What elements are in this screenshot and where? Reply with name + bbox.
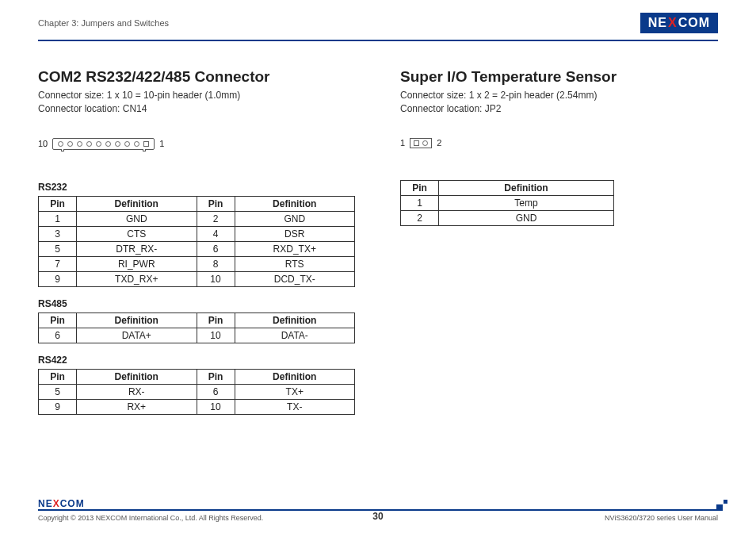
pin-hole-icon bbox=[67, 141, 73, 147]
th-pin: Pin bbox=[197, 313, 235, 328]
pin-hole-icon bbox=[124, 141, 130, 147]
connector-size: Connector size: 1 x 10 = 10-pin header (… bbox=[38, 89, 356, 102]
table-superio: Pin Definition 1Temp 2GND bbox=[400, 180, 614, 226]
left-column: COM2 RS232/422/485 Connector Connector s… bbox=[38, 68, 356, 426]
table-row: 7RI_PWR8RTS bbox=[39, 256, 355, 271]
table-row: 9TXD_RX+10DCD_TX- bbox=[39, 271, 355, 286]
header-rule bbox=[38, 36, 718, 46]
table-row: 2GND bbox=[401, 210, 614, 225]
pin-hole-icon bbox=[58, 141, 63, 147]
th-def: Definition bbox=[77, 369, 197, 384]
chapter-label: Chapter 3: Jumpers and Switches bbox=[38, 18, 169, 28]
logo-text-post: COM bbox=[60, 498, 85, 509]
logo-text-post: COM bbox=[678, 16, 710, 30]
th-def: Definition bbox=[235, 369, 355, 384]
footer-ornament-icon bbox=[716, 504, 723, 511]
table-row: 1GND2GND bbox=[39, 211, 355, 226]
pin-label-1: 1 bbox=[400, 138, 405, 148]
logo-text-x: X bbox=[668, 16, 678, 30]
pin-hole-icon bbox=[96, 141, 101, 147]
th-def: Definition bbox=[77, 196, 197, 211]
pin-hole-icon bbox=[86, 141, 92, 147]
table-row: 9RX+10TX- bbox=[39, 399, 355, 414]
pin-label-2: 2 bbox=[437, 138, 441, 148]
pin-hole-icon bbox=[422, 140, 428, 146]
th-pin: Pin bbox=[197, 196, 235, 211]
pin-hole-icon bbox=[134, 141, 139, 147]
pin-hole-icon bbox=[115, 141, 120, 147]
connector-body-2pin bbox=[410, 138, 432, 148]
table-rs232: Pin Definition Pin Definition 1GND2GND 3… bbox=[38, 196, 355, 287]
pin-hole-icon bbox=[77, 141, 82, 147]
connector-body-10pin bbox=[52, 138, 155, 150]
th-def: Definition bbox=[77, 313, 197, 328]
table-label-rs485: RS485 bbox=[38, 298, 356, 309]
logo-text-x: X bbox=[53, 498, 60, 509]
pin-label-10: 10 bbox=[38, 139, 48, 148]
footer-logo: NEXCOM bbox=[38, 498, 718, 509]
pin-hole-icon bbox=[105, 141, 111, 147]
table-row: 6DATA+10DATA- bbox=[39, 328, 355, 343]
table-row: 5RX-6TX+ bbox=[39, 384, 355, 399]
copyright-text: Copyright © 2013 NEXCOM International Co… bbox=[38, 514, 263, 522]
page-number: 30 bbox=[372, 511, 383, 522]
pin-1-square-icon bbox=[414, 140, 419, 146]
th-pin: Pin bbox=[39, 196, 77, 211]
logo-text-pre: NE bbox=[38, 498, 53, 509]
connector-diagram-2pin: 1 2 bbox=[400, 138, 718, 148]
brand-logo: NEXCOM bbox=[640, 13, 718, 33]
connector-diagram-10pin: 10 1 bbox=[38, 138, 356, 150]
table-row: 5DTR_RX-6RXD_TX+ bbox=[39, 241, 355, 256]
manual-name: NViS3620/3720 series User Manual bbox=[605, 514, 718, 522]
table-rs422: Pin Definition Pin Definition 5RX-6TX+ 9… bbox=[38, 369, 355, 415]
section-title-superio: Super I/O Temperature Sensor bbox=[400, 68, 718, 86]
page-footer: NEXCOM Copyright © 2013 NEXCOM Internati… bbox=[38, 498, 718, 522]
th-pin: Pin bbox=[197, 369, 235, 384]
th-def: Definition bbox=[439, 180, 614, 195]
section-subtitle-superio: Connector size: 1 x 2 = 2-pin header (2.… bbox=[400, 89, 718, 116]
page-header: Chapter 3: Jumpers and Switches NEXCOM bbox=[38, 13, 718, 33]
connector-location: Connector location: CN14 bbox=[38, 102, 356, 116]
table-row: 3CTS4DSR bbox=[39, 226, 355, 241]
right-column: Super I/O Temperature Sensor Connector s… bbox=[400, 68, 718, 426]
table-label-rs232: RS232 bbox=[38, 182, 356, 193]
th-def: Definition bbox=[235, 196, 355, 211]
th-pin: Pin bbox=[401, 180, 439, 195]
pin-1-square-icon bbox=[143, 141, 149, 147]
pin-label-1: 1 bbox=[159, 139, 164, 148]
logo-text-pre: NE bbox=[648, 16, 667, 30]
section-title-com2: COM2 RS232/422/485 Connector bbox=[38, 68, 356, 86]
th-def: Definition bbox=[235, 313, 355, 328]
connector-location: Connector location: JP2 bbox=[400, 102, 718, 116]
th-pin: Pin bbox=[39, 369, 77, 384]
th-pin: Pin bbox=[39, 313, 77, 328]
connector-size: Connector size: 1 x 2 = 2-pin header (2.… bbox=[400, 89, 718, 102]
section-subtitle-com2: Connector size: 1 x 10 = 10-pin header (… bbox=[38, 89, 356, 116]
table-label-rs422: RS422 bbox=[38, 355, 356, 366]
table-row: 1Temp bbox=[401, 195, 614, 210]
table-rs485: Pin Definition Pin Definition 6DATA+10DA… bbox=[38, 313, 355, 343]
